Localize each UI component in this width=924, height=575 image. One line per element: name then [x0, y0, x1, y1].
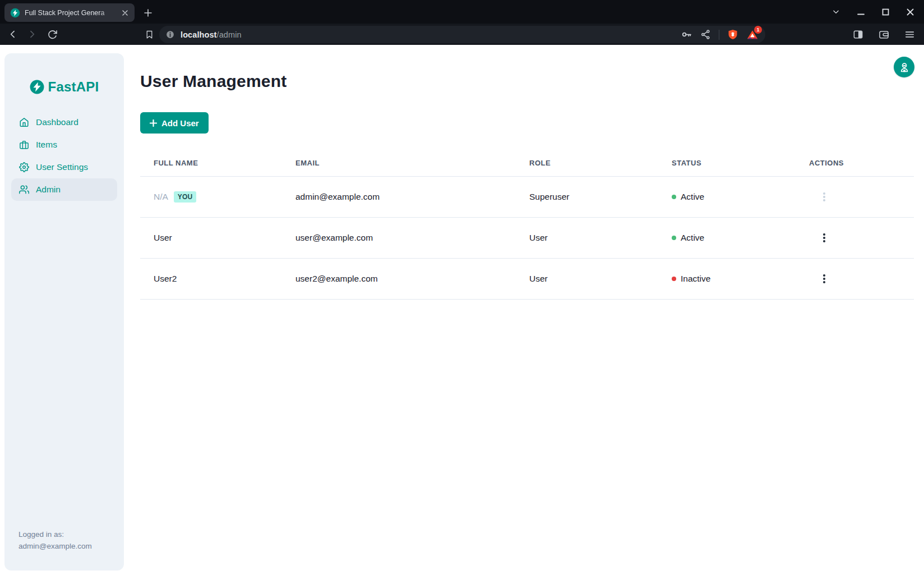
maximize-button[interactable]: [879, 6, 891, 18]
table-row: User user@example.com User Active: [140, 218, 914, 259]
password-key-icon[interactable]: [681, 29, 692, 40]
browser-window: Full Stack Project Genera: [0, 0, 924, 575]
rewards-notification-badge: 1: [754, 26, 762, 34]
page-content: FastAPI Dashboard Items: [0, 45, 924, 575]
toolbar-divider: [719, 30, 719, 40]
brave-rewards-icon[interactable]: 1: [746, 29, 759, 41]
logged-in-email: admin@example.com: [19, 541, 92, 553]
fastapi-favicon-icon: [10, 8, 20, 18]
cell-email: user@example.com: [295, 233, 529, 243]
sidebar-item-label: Admin: [36, 185, 61, 195]
logged-in-label: Logged in as:: [19, 529, 92, 541]
sidebar-nav: Dashboard Items User Settings: [11, 111, 117, 201]
logged-in-info: Logged in as: admin@example.com: [19, 529, 92, 553]
cell-email: admin@example.com: [295, 192, 529, 202]
user-astronaut-icon: [899, 62, 910, 73]
sidebar-item-admin[interactable]: Admin: [11, 178, 117, 201]
back-button[interactable]: [4, 26, 21, 43]
tab-title: Full Stack Project Genera: [25, 9, 120, 17]
sidebar-item-label: Dashboard: [36, 117, 78, 127]
browser-toolbar: localhost/admin 1: [0, 24, 924, 45]
cell-role: Superuser: [529, 192, 672, 202]
users-icon: [19, 185, 29, 195]
row-actions-menu-button[interactable]: [816, 270, 833, 287]
menu-hamburger-icon[interactable]: [902, 26, 917, 42]
column-header-actions: Actions: [809, 159, 914, 167]
tab-search-chevron-icon[interactable]: [830, 6, 842, 18]
status-dot: [672, 236, 676, 240]
app-sidebar: FastAPI Dashboard Items: [4, 53, 124, 571]
brave-shield-icon[interactable]: [727, 29, 738, 40]
bookmark-icon[interactable]: [141, 26, 158, 43]
row-actions-menu-button[interactable]: [816, 188, 833, 205]
page-title: User Management: [140, 72, 287, 91]
column-header-email: Email: [295, 159, 529, 167]
add-user-button[interactable]: Add User: [140, 112, 209, 134]
cell-status: Active: [681, 192, 704, 202]
url-text: localhost/admin: [181, 30, 242, 39]
column-header-full-name: Full Name: [154, 159, 295, 167]
row-actions-menu-button[interactable]: [816, 229, 833, 246]
tab-close-icon[interactable]: [120, 8, 130, 18]
home-icon: [19, 117, 29, 127]
cell-status: Active: [681, 233, 704, 243]
close-window-button[interactable]: [904, 6, 916, 18]
gear-icon: [19, 162, 29, 172]
sidebar-item-label: Items: [36, 140, 57, 150]
sidebar-item-dashboard[interactable]: Dashboard: [11, 111, 117, 134]
plus-icon: [150, 119, 157, 127]
share-icon[interactable]: [700, 29, 711, 40]
sidebar-item-items[interactable]: Items: [11, 134, 117, 156]
toolbar-right-icons: [850, 24, 924, 45]
user-menu-button[interactable]: [894, 57, 914, 77]
url-path: /admin: [217, 30, 242, 39]
cell-full-name: User: [154, 233, 295, 243]
cell-role: User: [529, 274, 672, 284]
cell-full-name: N/A: [154, 192, 168, 202]
cell-full-name: User2: [154, 274, 295, 284]
column-header-role: Role: [529, 159, 672, 167]
status-dot: [672, 277, 676, 281]
table-row: N/A YOU admin@example.com Superuser Acti…: [140, 177, 914, 218]
site-info-icon[interactable]: [164, 29, 176, 41]
column-header-status: Status: [672, 159, 809, 167]
cell-email: user2@example.com: [295, 274, 529, 284]
users-table: Full Name Email Role Status Actions N/A …: [140, 150, 914, 300]
logo-text: FastAPI: [48, 79, 99, 95]
tab-strip: Full Stack Project Genera: [0, 0, 924, 24]
minimize-button[interactable]: [854, 6, 867, 18]
sidebar-item-user-settings[interactable]: User Settings: [11, 156, 117, 178]
table-header-row: Full Name Email Role Status Actions: [140, 150, 914, 177]
window-controls: [830, 0, 924, 24]
fastapi-bolt-icon: [30, 80, 44, 94]
new-tab-button[interactable]: [141, 6, 155, 20]
browser-tab[interactable]: Full Stack Project Genera: [4, 3, 135, 22]
sidebar-item-label: User Settings: [36, 162, 88, 172]
cell-role: User: [529, 233, 672, 243]
briefcase-icon: [19, 140, 29, 150]
forward-button[interactable]: [24, 26, 40, 43]
you-badge: YOU: [174, 191, 197, 203]
brave-wallet-icon[interactable]: [876, 26, 891, 42]
sidebar-toggle-icon[interactable]: [850, 26, 866, 42]
fastapi-logo[interactable]: FastAPI: [4, 79, 124, 95]
add-user-label: Add User: [161, 118, 199, 128]
url-host: localhost: [181, 30, 217, 39]
url-bar[interactable]: localhost/admin 1: [159, 26, 765, 43]
table-row: User2 user2@example.com User Inactive: [140, 259, 914, 300]
cell-status: Inactive: [681, 274, 710, 284]
status-dot: [672, 195, 676, 199]
reload-button[interactable]: [44, 26, 61, 43]
